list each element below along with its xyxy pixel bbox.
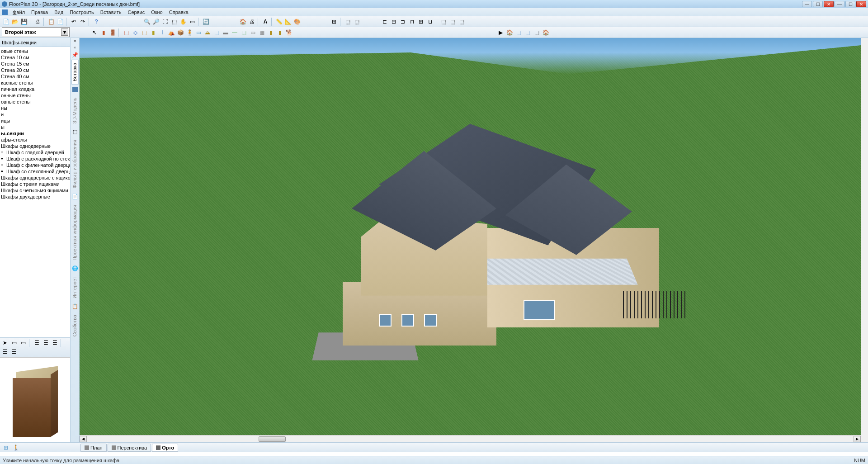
door-button[interactable]: 🚪 <box>108 28 117 37</box>
snap2-button[interactable]: ⬚ <box>353 18 361 26</box>
save-button[interactable]: 💾 <box>20 18 28 26</box>
bt-tool-2[interactable]: 🚶 <box>12 444 20 452</box>
sidebar-item[interactable]: ны <box>0 105 70 111</box>
sidebar-item[interactable]: пичная кладка <box>0 86 70 92</box>
sidebar-item[interactable]: Шкаф со стеклянной дверцей <box>0 168 70 175</box>
window-button[interactable]: ⬚ <box>122 28 130 37</box>
vtab-collapse-button[interactable]: « <box>74 45 76 50</box>
grid-button[interactable]: ⊞ <box>330 18 338 26</box>
driveway-button[interactable]: ▬ <box>222 28 230 37</box>
zoom-window-button[interactable]: ⛶ <box>161 18 169 26</box>
vtab-info-icon[interactable]: 📄 <box>72 194 78 200</box>
snap1-button[interactable]: ⬚ <box>344 18 352 26</box>
sidebar-item[interactable]: Шкафы с тремя ящиками <box>0 181 70 187</box>
sidebar-list[interactable]: овые стеныСтена 10 смСтена 15 смСтена 20… <box>0 47 70 337</box>
plant-button[interactable]: ▮ <box>276 28 284 37</box>
inner-close-button[interactable]: ✕ <box>824 1 834 7</box>
sidebar-item[interactable]: Стена 40 см <box>0 73 70 80</box>
align-middle-button[interactable]: ⊞ <box>417 18 425 26</box>
distribute-h-button[interactable]: ⬚ <box>439 18 448 26</box>
align-bottom-button[interactable]: ⊔ <box>426 18 434 26</box>
sidebar-item[interactable]: Шкафы однодверные с ящиком <box>0 175 70 181</box>
vertical-scrollbar[interactable] <box>861 38 868 442</box>
vtab-props-icon[interactable]: 📋 <box>72 303 78 310</box>
vtab-properties[interactable]: Свойства <box>71 312 79 340</box>
roof-button[interactable]: ⛺ <box>167 28 175 37</box>
sidebar-tool-3[interactable]: ▭ <box>19 339 27 347</box>
select-button[interactable]: ↖ <box>90 28 99 37</box>
measure-button[interactable]: 📏 <box>275 18 283 26</box>
sidebar-item[interactable]: Стена 20 см <box>0 67 70 73</box>
sidebar-tool-8[interactable]: ☰ <box>10 348 18 356</box>
sidebar-item[interactable]: Шкафы однодверные <box>0 143 70 149</box>
sidebar-tool-5[interactable]: ☰ <box>42 339 50 347</box>
hedge-button[interactable]: ▮ <box>267 28 275 37</box>
align-right-button[interactable]: ⊐ <box>399 18 407 26</box>
align-left-button[interactable]: ⊏ <box>381 18 389 26</box>
railing-button[interactable]: ▦ <box>258 28 266 37</box>
distribute-v-button[interactable]: ⬚ <box>448 18 457 26</box>
vtab-3d-model[interactable]: 3D-Модель <box>71 95 79 127</box>
view3d-5-button[interactable]: ⬚ <box>533 28 541 37</box>
minimize-button[interactable]: — <box>802 1 812 7</box>
sidebar-item[interactable]: и <box>0 111 70 118</box>
wall-button[interactable]: ▮ <box>99 28 108 37</box>
text-button[interactable]: A <box>261 18 269 26</box>
viewport-3d[interactable]: ◀ ▶ План Перспектива Орто <box>80 38 868 452</box>
align-center-h-button[interactable]: ⊟ <box>390 18 398 26</box>
zoom-out-button[interactable]: 🔎 <box>152 18 160 26</box>
redo-button[interactable]: ↷ <box>79 18 87 26</box>
vtab-3d-icon[interactable] <box>72 86 78 93</box>
path-button[interactable]: — <box>231 28 239 37</box>
vtab-insert[interactable]: Вставка <box>71 60 79 85</box>
bt-tool-1[interactable]: ⊞ <box>2 444 10 452</box>
sidebar-item[interactable]: Шкаф с раскладкой по стеклу <box>0 156 70 162</box>
sidebar-tool-2[interactable]: ▭ <box>10 339 18 347</box>
sidebar-tool-7[interactable]: ☰ <box>1 348 9 356</box>
sidebar-tool-1[interactable]: ➤ <box>1 339 9 347</box>
opening-button[interactable]: ◇ <box>131 28 139 37</box>
pool-button[interactable]: ⬚ <box>212 28 221 37</box>
sidebar-item[interactable]: овые стены <box>0 48 70 54</box>
palette-button[interactable]: 🎨 <box>293 18 301 26</box>
sidebar-item[interactable]: Шкаф с филенчатой дверцей <box>0 162 70 168</box>
sidebar-item[interactable]: ы-секции <box>0 130 70 137</box>
menu-build[interactable]: Построить <box>67 9 97 15</box>
floor-selector[interactable]: Второй этаж ▼ <box>2 27 70 37</box>
menu-view[interactable]: Вид <box>52 9 66 15</box>
open-file-button[interactable]: 📂 <box>11 18 19 26</box>
render-button[interactable]: 🏠 <box>239 18 247 26</box>
sidebar-item[interactable]: Шкафы с четырьмя ящиками <box>0 187 70 194</box>
sidebar-item[interactable]: овные стены <box>0 99 70 105</box>
help-button[interactable]: ? <box>92 18 100 26</box>
sidebar-item[interactable]: ицы <box>0 118 70 124</box>
view3d-2-button[interactable]: 🏠 <box>505 28 514 37</box>
close-button[interactable]: ✕ <box>856 1 866 7</box>
sidebar-item[interactable]: касные стены <box>0 80 70 86</box>
horizontal-scrollbar[interactable]: ◀ ▶ <box>80 435 861 442</box>
tab-perspective[interactable]: Перспектива <box>108 444 151 452</box>
new-file-button[interactable]: 📄 <box>2 18 10 26</box>
menu-window[interactable]: Окно <box>148 9 165 15</box>
menu-insert[interactable]: Вставить <box>98 9 124 15</box>
sidebar-item[interactable]: ы <box>0 124 70 130</box>
terrain-button[interactable]: ⛰ <box>203 28 212 37</box>
vtab-filter-icon[interactable]: ⬚ <box>72 128 78 135</box>
zoom-region-button[interactable]: ▭ <box>188 18 196 26</box>
menu-edit[interactable]: Правка <box>28 9 51 15</box>
sidebar-item[interactable]: Шкаф с гладкой дверцей <box>0 149 70 156</box>
vtab-pin-icon[interactable]: 📌 <box>72 52 78 58</box>
slab-button[interactable]: ▭ <box>194 28 203 37</box>
vtab-project-info[interactable]: Проектная информация <box>71 202 79 264</box>
maximize-button[interactable]: ☐ <box>845 1 855 7</box>
vtab-globe-icon[interactable]: 🌐 <box>72 265 78 272</box>
minimize-outer-button[interactable]: — <box>835 1 844 7</box>
restore-button[interactable]: ☐ <box>813 1 823 7</box>
furniture-button[interactable]: 📦 <box>176 28 184 37</box>
view3d-4-button[interactable]: ⬚ <box>524 28 532 37</box>
orbit-button[interactable]: 🔄 <box>202 18 210 26</box>
sidebar-tool-4[interactable]: ☰ <box>33 339 41 347</box>
menu-service[interactable]: Сервис <box>125 9 148 15</box>
tab-ortho[interactable]: Орто <box>152 444 178 452</box>
dimension-button[interactable]: 📐 <box>284 18 292 26</box>
